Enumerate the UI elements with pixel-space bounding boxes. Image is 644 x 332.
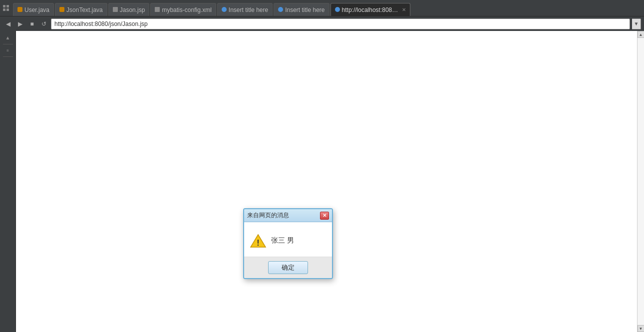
scroll-up-arrow[interactable]: ▲: [638, 31, 644, 38]
scroll-track[interactable]: [638, 38, 644, 325]
tab-insert-title-1[interactable]: Insert title here: [217, 3, 273, 16]
alert-dialog: 来自网页的消息 ✕ ! 张三 男 确定: [243, 208, 333, 279]
right-scrollbar: ▲ ▼: [637, 31, 644, 332]
tab-jason-jsp[interactable]: Jason.jsp: [108, 3, 150, 16]
scroll-up-button[interactable]: ▲: [4, 34, 11, 41]
tab-icon-localhost-url: [335, 7, 340, 13]
app-controls: [2, 4, 10, 12]
svg-rect-5: [59, 7, 64, 12]
tab-mybatis-config[interactable]: mybatis-config.xml: [150, 3, 216, 16]
back-button[interactable]: ◀: [3, 19, 13, 29]
tab-label-localhost-url: http://localhost:8080/json/Jason.jsp: [342, 6, 399, 13]
nav-bar: ◀ ▶ ■ ↺ ▼: [0, 16, 644, 31]
tab-icon-jsontext-java: [59, 7, 64, 13]
dialog-body: ! 张三 男: [244, 222, 332, 257]
forward-button[interactable]: ▶: [15, 19, 25, 29]
sidebar-divider-2: [3, 56, 13, 57]
dialog-ok-button[interactable]: 确定: [268, 261, 308, 274]
svg-point-10: [335, 7, 340, 12]
dialog-message: 张三 男: [271, 236, 294, 245]
url-input[interactable]: [54, 20, 627, 27]
tab-close-localhost-url[interactable]: ✕: [402, 7, 406, 12]
svg-point-8: [222, 7, 227, 12]
dialog-close-button[interactable]: ✕: [320, 212, 329, 220]
svg-text:!: !: [257, 239, 259, 247]
svg-rect-7: [155, 7, 160, 12]
left-sidebar: ▲ ≡: [0, 31, 16, 332]
tab-label-jason-jsp: Jason.jsp: [120, 6, 145, 13]
dialog-titlebar: 来自网页的消息 ✕: [244, 209, 332, 222]
svg-rect-4: [17, 7, 22, 12]
tab-jsontext-java[interactable]: JsonText.java: [55, 3, 107, 16]
stop-button[interactable]: ■: [27, 19, 37, 29]
url-bar[interactable]: [51, 18, 630, 29]
scroll-down-arrow[interactable]: ▼: [638, 325, 644, 332]
tab-localhost-url[interactable]: http://localhost:8080/json/Jason.jsp✕: [330, 3, 410, 16]
browser-content: 来自网页的消息 ✕ ! 张三 男 确定: [16, 31, 637, 332]
tab-icon-insert-title-1: [222, 7, 227, 13]
refresh-button[interactable]: ↺: [39, 19, 49, 29]
dialog-title: 来自网页的消息: [247, 211, 289, 220]
app-icon: [2, 4, 10, 12]
main-area: ▲ ≡ 来自网页的消息 ✕ ! 张三 男: [0, 31, 644, 332]
tab-insert-title-2[interactable]: Insert title here: [274, 3, 329, 16]
dialog-footer: 确定: [244, 257, 332, 278]
sidebar-divider-1: [3, 44, 13, 44]
svg-rect-6: [113, 7, 118, 12]
tab-icon-user-java: [17, 7, 22, 13]
warning-icon: !: [250, 234, 266, 248]
svg-rect-2: [3, 8, 5, 11]
tab-label-insert-title-1: Insert title here: [229, 6, 268, 13]
tab-label-insert-title-2: Insert title here: [285, 6, 324, 13]
svg-rect-1: [6, 5, 9, 7]
dialog-overlay: 来自网页的消息 ✕ ! 张三 男 确定: [16, 31, 637, 332]
svg-rect-3: [6, 8, 9, 11]
tab-icon-mybatis-config: [155, 7, 160, 13]
title-bar: User.javaJsonText.javaJason.jspmybatis-c…: [0, 0, 644, 16]
tab-user-java[interactable]: User.java: [13, 3, 54, 16]
tab-label-mybatis-config: mybatis-config.xml: [162, 6, 211, 13]
sidebar-collapse-button[interactable]: ≡: [3, 47, 13, 54]
url-dropdown-button[interactable]: ▼: [632, 18, 641, 29]
tab-icon-jason-jsp: [113, 7, 118, 13]
svg-point-9: [278, 7, 283, 12]
svg-rect-0: [3, 5, 5, 7]
tabs-container: User.javaJsonText.javaJason.jspmybatis-c…: [13, 0, 642, 16]
tab-label-user-java: User.java: [24, 6, 49, 13]
tab-icon-insert-title-2: [278, 7, 283, 13]
tab-label-jsontext-java: JsonText.java: [66, 6, 103, 13]
